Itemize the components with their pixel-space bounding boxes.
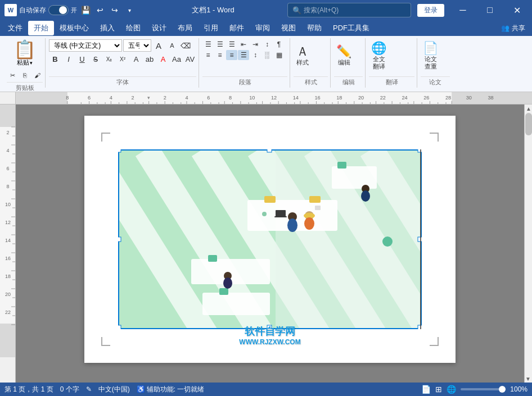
- svg-text:6: 6: [207, 95, 210, 101]
- autosave-toggle[interactable]: [48, 5, 69, 15]
- menu-mail[interactable]: 邮件: [224, 21, 250, 35]
- undo-btn[interactable]: ↩: [94, 4, 106, 16]
- list-bullet-btn[interactable]: ☰: [202, 39, 214, 49]
- menu-layout[interactable]: 布局: [172, 21, 198, 35]
- list-number-btn[interactable]: ☰: [214, 39, 226, 49]
- svg-rect-142: [382, 236, 393, 247]
- indent-increase-btn[interactable]: ⇥: [250, 39, 261, 49]
- translate-group: 🌐 全文翻译 翻译: [367, 38, 417, 88]
- subscript-btn[interactable]: X₂: [103, 53, 115, 65]
- font-size-select[interactable]: 五号: [123, 39, 151, 52]
- accessibility-icon: ♿: [137, 385, 145, 393]
- menu-pdf[interactable]: PDF工具集: [327, 21, 375, 35]
- svg-rect-128: [219, 288, 228, 295]
- underline-btn[interactable]: U: [76, 53, 88, 65]
- text-case-btn[interactable]: Aa: [170, 53, 183, 65]
- autosave-state: 开: [71, 6, 77, 15]
- font-size-decrease-btn[interactable]: A: [166, 39, 178, 52]
- copy-button[interactable]: ⎘: [19, 70, 30, 81]
- page-status[interactable]: 第 1 页，共 1 页: [4, 385, 53, 394]
- menu-insert[interactable]: 插入: [94, 21, 120, 35]
- menu-file[interactable]: 文件: [2, 21, 28, 35]
- font-color-btn[interactable]: A: [130, 53, 142, 65]
- scroll-up-btn[interactable]: ▲: [525, 104, 532, 112]
- highlight-btn[interactable]: ab: [143, 53, 156, 65]
- align-right-btn[interactable]: ≡: [226, 50, 237, 60]
- menu-review[interactable]: 审阅: [250, 21, 276, 35]
- document-image[interactable]: [118, 149, 422, 329]
- edit-btn[interactable]: ✏️ 编辑: [334, 39, 354, 73]
- svg-rect-139: [274, 216, 287, 217]
- char-spacing-btn[interactable]: AV: [184, 53, 196, 65]
- menu-home[interactable]: 开始: [28, 21, 54, 35]
- align-left-btn[interactable]: ≡: [202, 50, 214, 60]
- paste-label: 粘贴: [17, 58, 29, 67]
- translate-label: 全文翻译: [373, 56, 385, 70]
- document-title: 文档1 - Word: [145, 5, 281, 15]
- scroll-thumb[interactable]: [525, 113, 532, 135]
- font-size-increase-btn[interactable]: A: [152, 39, 165, 52]
- font-group: 等线 (中文正文) 五号 A A ⌫ B I U S̶ X: [47, 38, 199, 88]
- border-btn[interactable]: ▦: [273, 50, 285, 60]
- menu-view[interactable]: 视图: [276, 21, 301, 35]
- clear-format-btn[interactable]: ⌫: [179, 39, 192, 52]
- indent-decrease-btn[interactable]: ⇤: [238, 39, 249, 49]
- menu-design[interactable]: 设计: [146, 21, 172, 35]
- cut-button[interactable]: ✂: [7, 70, 18, 81]
- minimize-button[interactable]: ─: [450, 0, 476, 20]
- close-button[interactable]: ✕: [504, 0, 530, 20]
- menu-ref[interactable]: 引用: [198, 21, 224, 35]
- svg-text:38: 38: [488, 95, 493, 101]
- search-input[interactable]: [304, 6, 406, 14]
- menu-draw[interactable]: 绘图: [120, 21, 146, 35]
- redo-btn[interactable]: ↪: [109, 4, 121, 16]
- svg-text:2: 2: [132, 95, 134, 101]
- login-button[interactable]: 登录: [417, 4, 444, 17]
- italic-btn[interactable]: I: [62, 53, 75, 65]
- view-mode-web[interactable]: 🌐: [447, 385, 456, 394]
- view-mode-read[interactable]: 📄: [421, 385, 431, 394]
- lang-status[interactable]: 中文(中国): [98, 385, 130, 394]
- words-status[interactable]: 0 个字: [60, 385, 79, 394]
- page-status-text: 第 1 页，共 1 页: [4, 385, 53, 394]
- maximize-button[interactable]: □: [477, 0, 503, 20]
- clipboard-label: 剪贴板: [7, 82, 43, 93]
- view-mode-layout[interactable]: ⊞: [435, 385, 442, 394]
- show-marks-btn[interactable]: ¶: [273, 39, 285, 49]
- svg-text:2: 2: [164, 95, 166, 101]
- format-painter-button[interactable]: 🖌: [31, 70, 43, 81]
- strikethrough-btn[interactable]: S̶: [89, 53, 102, 65]
- svg-text:14: 14: [293, 95, 299, 101]
- translate-icon: 🌐: [371, 42, 386, 54]
- accessibility-status[interactable]: ♿ 辅助功能: 一切就绪: [137, 385, 205, 394]
- menu-template[interactable]: 模板中心: [54, 21, 94, 35]
- menu-help[interactable]: 帮助: [301, 21, 327, 35]
- font-name-select[interactable]: 等线 (中文正文): [49, 39, 122, 52]
- styles-btn[interactable]: Ａ 样式: [294, 39, 312, 73]
- sort-btn[interactable]: ↕: [262, 39, 273, 49]
- paper-check-btn[interactable]: 📄 论文查重: [421, 39, 440, 73]
- line-spacing-btn[interactable]: ↕: [250, 50, 261, 60]
- ruler-corner[interactable]: [0, 92, 16, 104]
- document-area[interactable]: 软件自学网 WWW.RJZXW.COM: [16, 104, 524, 383]
- svg-text:10: 10: [5, 202, 11, 207]
- align-justify-btn[interactable]: ☰: [238, 50, 249, 60]
- scroll-down-btn[interactable]: ▼: [524, 375, 532, 383]
- shading-btn[interactable]: ░: [262, 50, 273, 60]
- svg-rect-75: [0, 104, 16, 357]
- svg-rect-127: [208, 255, 217, 262]
- align-center-btn[interactable]: ≡: [214, 50, 226, 60]
- share-button[interactable]: 👥 共享: [497, 22, 530, 34]
- svg-point-133: [304, 217, 314, 230]
- vertical-scrollbar[interactable]: ▲ ▼: [524, 104, 532, 383]
- superscript-btn[interactable]: X²: [116, 53, 129, 65]
- bold-btn[interactable]: B: [49, 53, 61, 65]
- translate-btn[interactable]: 🌐 全文翻译: [369, 39, 389, 73]
- list-multi-btn[interactable]: ☰: [226, 39, 237, 49]
- save-quick-btn[interactable]: 💾: [79, 4, 92, 16]
- paste-button[interactable]: 📋 粘贴 ▾: [10, 39, 39, 68]
- edit-group-label: 编辑: [334, 76, 363, 88]
- zoom-slider[interactable]: [461, 388, 506, 390]
- quick-access-more-btn[interactable]: ▾: [123, 4, 136, 16]
- font-color2-btn[interactable]: A: [157, 53, 169, 65]
